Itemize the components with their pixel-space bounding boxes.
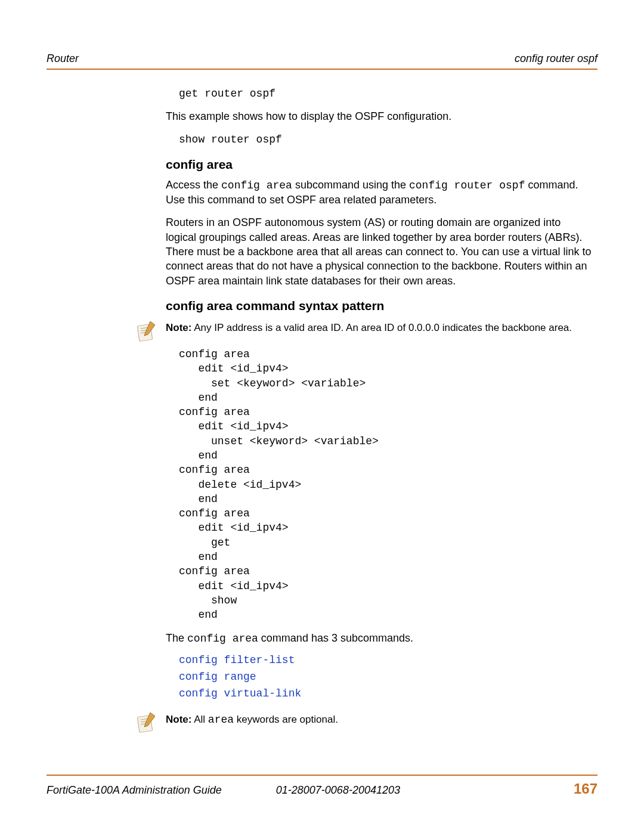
note-text: Note: All area keywords are optional. (166, 713, 594, 727)
inline-code: area (208, 714, 234, 726)
page-number: 167 (574, 781, 597, 797)
footer-docnum: 01-28007-0068-20041203 (276, 784, 400, 797)
footer-rule (47, 775, 597, 776)
header-right: config router ospf (515, 52, 597, 65)
note-icon (135, 710, 159, 734)
link-config-filter-list[interactable]: config filter-list (179, 654, 594, 666)
inline-code: config area (221, 179, 292, 191)
code-block: get router ospf (179, 86, 594, 101)
paragraph: Routers in an OSPF autonomous system (AS… (166, 215, 594, 287)
footer-guide: FortiGate-100A Administration Guide (47, 784, 222, 797)
note-block: Note: All area keywords are optional. (47, 713, 597, 727)
heading-syntax-pattern: config area command syntax pattern (166, 299, 594, 313)
running-header: Router config router ospf (47, 52, 597, 67)
inline-code: config router ospf (409, 179, 525, 191)
paragraph: The config area command has 3 subcommand… (166, 631, 594, 646)
note-icon (135, 319, 159, 343)
header-left: Router (47, 52, 79, 65)
inline-code: config area (187, 633, 258, 645)
link-config-range[interactable]: config range (179, 671, 594, 683)
content-column: get router ospf This example shows how t… (47, 86, 597, 313)
page-footer: FortiGate-100A Administration Guide 01-2… (47, 775, 597, 797)
paragraph: Access the config area subcommand using … (166, 178, 594, 208)
note-text: Note: Any IP address is a valid area ID.… (166, 321, 594, 335)
paragraph: This example shows how to display the OS… (166, 109, 594, 123)
header-rule (47, 69, 597, 70)
note-block: Note: Any IP address is a valid area ID.… (47, 321, 597, 335)
link-config-virtual-link[interactable]: config virtual-link (179, 688, 594, 699)
code-block: show router ospf (179, 132, 594, 147)
content-column: config area edit <id_ipv4> set <keyword>… (47, 347, 597, 699)
code-block-syntax: config area edit <id_ipv4> set <keyword>… (179, 347, 594, 623)
heading-config-area: config area (166, 157, 594, 172)
